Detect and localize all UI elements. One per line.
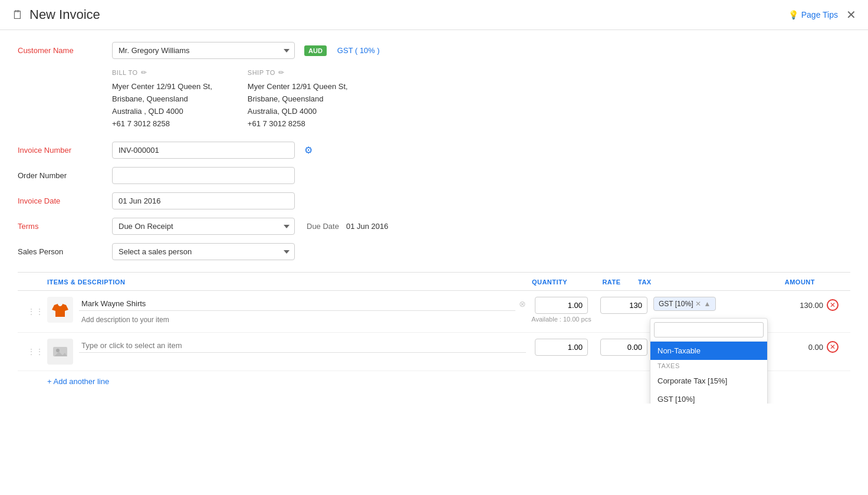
customer-label: Customer Name (18, 42, 112, 55)
tax-tag-label-1: GST [10%] (659, 300, 693, 308)
tax-dropdown: Non-Taxable Taxes Corporate Tax [15%] GS… (650, 318, 768, 404)
corporate-tax-option[interactable]: Corporate Tax [15%] (650, 372, 767, 390)
tax-search-box (650, 319, 767, 342)
invoice-date-label: Invoice Date (18, 192, 112, 205)
sales-person-select[interactable]: Select a sales person (112, 243, 295, 260)
top-bar-left: 🗒 New Invoice (12, 7, 100, 22)
line-item-1: ⋮⋮ ⊗ Available : 10.00 pcs (18, 291, 850, 333)
customer-name-row: Customer Name Mr. Gregory Williams AUD G… (18, 42, 850, 59)
items-header: ITEMS & DESCRIPTION QUANTITY RATE TAX AM… (18, 273, 850, 291)
ship-to-line1: Myer Center 12/91 Queen St, (248, 81, 348, 93)
invoice-date-row: Invoice Date (18, 192, 850, 209)
item-2-rate-input[interactable] (600, 339, 647, 356)
main-content: Customer Name Mr. Gregory Williams AUD G… (0, 30, 868, 404)
col-qty-header: QUANTITY (514, 278, 585, 286)
tax-tag-chevron-1[interactable]: ▲ (703, 300, 711, 308)
terms-row: Terms Due On Receipt Due Date 01 Jun 201… (18, 218, 850, 235)
address-section: BILL TO ✏ Myer Center 12/91 Queen St, Br… (112, 67, 850, 130)
col-tax-header: TAX (638, 278, 756, 286)
gst-link[interactable]: GST ( 10% ) (337, 46, 380, 55)
gst-10-option[interactable]: GST [10%] (650, 390, 767, 404)
svg-point-1 (56, 349, 60, 352)
clear-item-1-icon[interactable]: ⊗ (519, 299, 526, 309)
bill-to-edit-icon[interactable]: ✏ (141, 67, 147, 78)
lightbulb-icon: 💡 (788, 10, 798, 19)
ship-to-label: SHIP TO ✏ (248, 67, 348, 78)
placeholder-img-svg (51, 342, 70, 361)
ship-to-line2: Brisbane, Queensland (248, 93, 348, 106)
terms-label: Terms (18, 218, 112, 231)
top-bar: 🗒 New Invoice 💡 Page Tips ✕ (0, 0, 868, 30)
delete-icon-1: ✕ (827, 299, 839, 311)
bill-to-line2: Brisbane, Queensland (112, 93, 212, 106)
delete-item-1-btn[interactable]: ✕ (827, 297, 844, 311)
item-2-fields (79, 339, 526, 353)
bill-to-label: BILL TO ✏ (112, 67, 212, 78)
tax-tag-1[interactable]: GST [10%] ✕ ▲ (653, 297, 716, 311)
item-1-rate-cell (597, 297, 650, 314)
item-image-1 (47, 297, 73, 323)
taxes-group-label: Taxes (650, 360, 767, 372)
item-1-qty-cell: Available : 10.00 pcs (526, 297, 597, 323)
invoice-number-row: Invoice Number ⚙ (18, 142, 850, 159)
item-1-name-input[interactable] (79, 297, 515, 311)
col-amount-header: AMOUNT (756, 278, 815, 286)
col-item-header: ITEMS & DESCRIPTION (47, 278, 514, 286)
due-date-label: Due Date (307, 222, 339, 231)
delete-item-2-btn[interactable]: ✕ (827, 339, 844, 353)
item-1-amount: 130.00 (768, 297, 827, 310)
item-image-placeholder (47, 339, 73, 365)
invoice-number-input[interactable] (112, 142, 295, 159)
item-2-qty-cell (526, 339, 597, 356)
bill-to-line1: Myer Center 12/91 Queen St, (112, 81, 212, 93)
ship-to-edit-icon[interactable]: ✏ (278, 67, 285, 78)
items-section: ITEMS & DESCRIPTION QUANTITY RATE TAX AM… (18, 272, 850, 392)
item-2-amount: 0.00 (768, 339, 827, 352)
tax-tag-remove-1[interactable]: ✕ (695, 300, 701, 308)
order-number-input[interactable] (112, 167, 295, 184)
invoice-date-input[interactable] (112, 192, 295, 209)
item-1-desc-input[interactable] (79, 313, 526, 326)
terms-select[interactable]: Due On Receipt (112, 218, 295, 235)
delete-icon-2: ✕ (827, 341, 839, 353)
bill-to-line4: +61 7 3012 8258 (112, 118, 212, 130)
item-1-fields: ⊗ (79, 297, 526, 326)
col-rate-header: RATE (585, 278, 638, 286)
non-taxable-option[interactable]: Non-Taxable (650, 342, 767, 360)
due-date-row: Due Date 01 Jun 2016 (307, 222, 389, 231)
currency-badge[interactable]: AUD (304, 45, 327, 56)
page-tips-button[interactable]: 💡 Page Tips (788, 10, 838, 19)
gear-icon[interactable]: ⚙ (304, 145, 313, 156)
bill-to-line3: Australia , QLD 4000 (112, 106, 212, 118)
drag-handle-1[interactable]: ⋮⋮ (24, 302, 47, 321)
order-number-row: Order Number (18, 167, 850, 184)
item-2-rate-cell (597, 339, 650, 356)
item-1-tax-cell: GST [10%] ✕ ▲ Non-Taxable Taxes Corporat… (650, 297, 768, 311)
add-another-line-btn[interactable]: + Add another line (47, 377, 109, 386)
ship-to-block: SHIP TO ✏ Myer Center 12/91 Queen St, Br… (248, 67, 348, 130)
item-1-rate-input[interactable] (600, 297, 647, 314)
top-bar-right: 💡 Page Tips ✕ (788, 8, 856, 22)
tax-search-input[interactable] (654, 322, 764, 337)
ship-to-line3: Australia, QLD 4000 (248, 106, 348, 118)
order-number-label: Order Number (18, 167, 112, 180)
due-date-value: 01 Jun 2016 (346, 222, 389, 231)
customer-select[interactable]: Mr. Gregory Williams (112, 42, 295, 59)
sales-person-row: Sales Person Select a sales person (18, 243, 850, 260)
invoice-number-label: Invoice Number (18, 142, 112, 155)
page-title: New Invoice (29, 7, 100, 22)
bill-to-block: BILL TO ✏ Myer Center 12/91 Queen St, Br… (112, 67, 212, 130)
sales-person-label: Sales Person (18, 243, 112, 256)
drag-handle-2[interactable]: ⋮⋮ (24, 342, 47, 361)
item-1-available: Available : 10.00 pcs (531, 316, 591, 323)
ship-to-line4: +61 7 3012 8258 (248, 118, 348, 130)
invoice-icon: 🗒 (12, 8, 24, 22)
item-2-name-input[interactable] (79, 339, 526, 353)
close-button[interactable]: ✕ (846, 8, 856, 22)
item-2-qty-input[interactable] (535, 339, 588, 356)
shirt-svg (51, 300, 70, 319)
item-1-qty-input[interactable] (535, 297, 588, 314)
